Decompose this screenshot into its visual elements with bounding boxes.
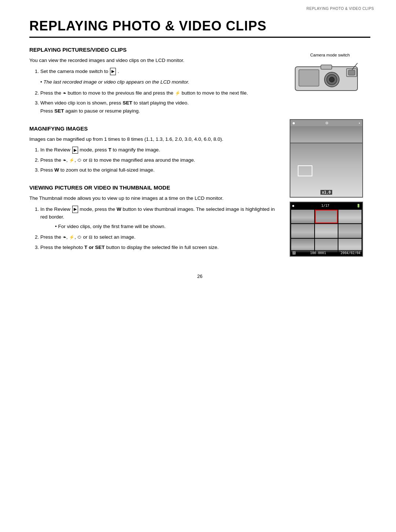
header-label: REPLAYING PHOTO & VIDEO CLIPS	[307, 7, 374, 11]
thumbnail-screen: ● 1/17 🔋	[290, 202, 363, 257]
camera-svg	[293, 59, 367, 96]
thumb-step1-suffix: mode, press the	[80, 206, 115, 212]
replaying-intro: You can view the recorded images and vid…	[29, 56, 282, 65]
page-number: 26	[29, 274, 370, 279]
svg-rect-4	[348, 70, 355, 75]
magnifying-left-content: Images can be magnified up from 1 times …	[29, 135, 282, 174]
replaying-title: REPLAYING PICTURES/VIDEO CLIPS	[29, 47, 370, 53]
thumb-cell-4	[291, 224, 314, 238]
mag-icon2: ⚡	[69, 157, 74, 164]
thumb-cell-6	[338, 224, 362, 238]
thumbnail-content: The Thumbnail mode allows you to view up…	[29, 194, 370, 252]
step3-suffix: to start playing the video.	[133, 100, 188, 106]
next-button-icon: ⚡	[175, 90, 180, 97]
replaying-bullets: The last recorded image or video clip ap…	[40, 78, 282, 86]
thumb-cell-2	[315, 210, 338, 223]
bullet-text: The last recorded image or video clip ap…	[43, 79, 189, 85]
thumb-step3-prefix: Press the telephoto	[40, 245, 83, 250]
replaying-step1: Set the camera mode switch to ▶ .	[40, 67, 282, 76]
lcd-icon1: ●	[293, 121, 295, 125]
thumb-folder: 100-0001	[310, 251, 326, 255]
step2-prefix: Press the	[40, 90, 61, 96]
magnifying-steps: In the Review ▶ mode, press T to magnify…	[37, 146, 282, 174]
mag-step1-suffix: mode, press	[80, 147, 107, 153]
thumbnail-step1: In the Review ▶ mode, press the W button…	[40, 205, 282, 231]
mag-step3-suffix: to zoom out to the original full-sized i…	[60, 167, 155, 173]
thumb-icon3: ⏲	[77, 234, 82, 241]
magnifying-step3: Press W to zoom out to the original full…	[40, 166, 282, 174]
mag-step2-prefix: Press the	[40, 157, 61, 163]
mag-icon4: ⊟	[89, 157, 92, 164]
thumb-step2-end: to select an image.	[94, 234, 135, 240]
thumb-icon2: ⚡	[69, 234, 74, 241]
step3b-suffix: again to pause or resume playing.	[65, 108, 140, 114]
page-header: REPLAYING PHOTO & VIDEO CLIPS	[307, 7, 374, 11]
step3-text: When video clip icon is shown, press	[40, 100, 121, 106]
magnifying-content: Images can be magnified up from 1 times …	[29, 135, 370, 174]
mag-step3-prefix: Press	[40, 167, 53, 173]
mag-step1-end: to magnify the image.	[113, 147, 160, 153]
thumb-icon4: ⊟	[89, 234, 92, 241]
step1-text: Set the camera mode switch to	[40, 69, 108, 74]
thumbnail-grid	[290, 209, 362, 253]
replaying-step3: When video clip icon is shown, press SET…	[40, 99, 282, 115]
camera-mode-label: Camera mode switch	[290, 53, 370, 57]
thumb-folder-icon: 🖼	[292, 251, 296, 255]
svg-rect-1	[299, 70, 319, 86]
lcd-top-bar: ● ⚙ ▪	[290, 120, 362, 126]
thumb-top-bar: ● 1/17 🔋	[290, 202, 362, 209]
step2-suffix: button to move to the next file.	[182, 90, 248, 96]
thumb-step2-suffix: or	[83, 234, 88, 240]
thumbnail-step2: Press the ❧ , ⚡ , ⏲ or ⊟ to select an im…	[40, 233, 282, 241]
mag-icon3: ⏲	[77, 157, 82, 164]
thumb-cell-5	[315, 224, 338, 238]
replaying-bullet: The last recorded image or video clip ap…	[40, 78, 282, 86]
thumb-icon1: ❧	[63, 234, 66, 241]
thumb-date: 2004/02/04	[341, 251, 360, 255]
thumbnail-steps: In the Review ▶ mode, press the W button…	[37, 205, 282, 252]
magnifying-step1: In the Review ▶ mode, press T to magnify…	[40, 146, 282, 154]
thumb-step3-bold: T or SET	[84, 245, 105, 250]
prev-button-icon: ❧	[63, 90, 66, 97]
page-title: REPLAYING PHOTO & VIDEO CLIPS	[29, 18, 370, 38]
mag-step2-suffix: or	[83, 157, 88, 163]
thumb-step1-prefix: In the Review	[40, 206, 70, 212]
zoom-factor-label: x1.0	[320, 190, 332, 195]
thumb-dot: ●	[292, 204, 294, 208]
magnifying-step2: Press the ❧ , ⚡ , ⏲ or ⊟ to move the mag…	[40, 156, 282, 164]
thumbnail-bullet-list: For video clips, only the first frame wi…	[51, 223, 282, 231]
section-replaying: REPLAYING PICTURES/VIDEO CLIPS You can v…	[29, 47, 370, 115]
thumbnail-intro: The Thumbnail mode allows you to view up…	[29, 194, 282, 202]
thumbnail-image-area: ● 1/17 🔋	[290, 202, 370, 257]
mag-icon1: ❧	[63, 157, 66, 164]
step3b-prefix: Press	[40, 108, 53, 114]
step3b-bold: SET	[54, 108, 64, 114]
replaying-left-content: You can view the recorded images and vid…	[29, 56, 282, 115]
mag-step1-prefix: In the Review	[40, 147, 70, 153]
mag-step3-bold: W	[54, 167, 59, 173]
thumbnail-step3: Press the telephoto T or SET button to d…	[40, 243, 282, 252]
magnifying-intro: Images can be magnified up from 1 times …	[29, 135, 282, 143]
magnify-screen: x1.0 ▼	[290, 143, 363, 198]
playback-icon: ▶	[110, 68, 116, 75]
replaying-steps: Set the camera mode switch to ▶ .	[37, 67, 282, 76]
thumb-step1-bold: W	[117, 206, 121, 212]
thumb-cell-3	[338, 210, 362, 223]
thumb-step3-suffix: button to display the selected file in f…	[106, 245, 219, 250]
lcd-icon2: ⚙	[325, 121, 329, 125]
thumb-bottom-bar: 🖼 100-0001 2004/02/04	[290, 250, 362, 256]
thumbnail-left-content: The Thumbnail mode allows you to view up…	[29, 194, 282, 252]
replaying-content: You can view the recorded images and vid…	[29, 56, 370, 115]
thumbnail-bullet: For video clips, only the first frame wi…	[55, 223, 282, 231]
step1-suffix: .	[118, 69, 119, 74]
review-icon-thumb: ▶	[72, 206, 78, 213]
zoom-box	[298, 165, 312, 176]
lcd-icon3: ▪	[359, 121, 360, 125]
replaying-step2: Press the ❧ button to move to the previo…	[40, 89, 282, 97]
review-icon-mag: ▶	[72, 147, 78, 154]
section-thumbnail: VIEWING PICTURES OR VIDEO IN THUMBNAIL M…	[29, 184, 370, 252]
mag-step1-bold: T	[108, 147, 111, 153]
step3-bold: SET	[122, 100, 132, 106]
replaying-steps-2: Press the ❧ button to move to the previo…	[37, 89, 282, 115]
mag-step2-end: to move the magnified area around the im…	[94, 157, 195, 163]
